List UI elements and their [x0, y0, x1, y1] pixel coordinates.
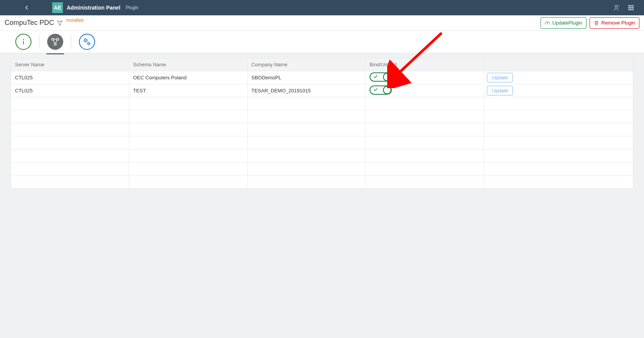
cell-company: TESAR_DEMO_20191015: [247, 84, 365, 97]
col-action: [484, 58, 633, 71]
remove-plugin-label: Remove Plugin: [601, 20, 635, 26]
tab-info[interactable]: [15, 34, 31, 50]
cloud-upload-icon: [545, 20, 550, 26]
table-row-empty: [11, 110, 633, 123]
app-title: Administration Panel: [67, 5, 120, 11]
svg-rect-3: [632, 5, 633, 6]
row-update-button[interactable]: Update: [487, 86, 513, 95]
cell-action: Update: [484, 84, 633, 97]
cell-server: CTL025: [11, 84, 129, 97]
col-schema[interactable]: Schema Name: [129, 58, 247, 71]
bindings-table-wrap: Server Name Schema Name Company Name Bin…: [0, 53, 644, 193]
cell-schema: TEST: [129, 84, 247, 97]
table-header-row: Server Name Schema Name Company Name Bin…: [11, 58, 633, 71]
app-subtitle: Plugin: [126, 5, 138, 10]
cell-bind: [366, 71, 484, 84]
svg-point-11: [61, 20, 62, 21]
table-row-empty: [11, 136, 633, 149]
table-row-empty: [11, 162, 633, 176]
svg-rect-4: [628, 7, 629, 8]
bind-toggle[interactable]: [370, 72, 392, 82]
col-bind[interactable]: Bind/Unbind: [366, 58, 484, 71]
cell-server: CTL025: [11, 71, 129, 84]
top-navbar: AE Administration Panel Plugin: [0, 0, 644, 15]
svg-point-19: [85, 40, 86, 41]
subheader: CompuTec PDC Installed UpdatePlugin Remo…: [0, 15, 644, 31]
table-row-empty: [11, 149, 633, 162]
svg-point-10: [58, 20, 59, 21]
svg-rect-14: [23, 41, 24, 44]
svg-point-12: [59, 24, 60, 25]
tab-bar: [0, 31, 644, 53]
svg-rect-6: [632, 7, 633, 8]
tab-settings[interactable]: [79, 34, 95, 50]
svg-rect-7: [628, 9, 629, 10]
user-icon[interactable]: [613, 4, 621, 11]
table-row-empty: [11, 97, 633, 110]
svg-rect-1: [628, 5, 629, 6]
cell-action: Update: [484, 71, 633, 84]
info-icon: [19, 38, 28, 46]
row-update-button[interactable]: Update: [487, 73, 513, 82]
apps-grid-icon[interactable]: [627, 4, 635, 11]
svg-rect-9: [632, 9, 633, 10]
svg-point-17: [54, 43, 56, 46]
col-server[interactable]: Server Name: [11, 58, 129, 71]
cell-company: SBODemoPL: [247, 71, 365, 84]
table-row: CTL025 TEST TESAR_DEMO_20191015 Update: [11, 84, 633, 97]
svg-rect-2: [630, 5, 631, 6]
col-company[interactable]: Company Name: [247, 58, 365, 71]
plugin-name: CompuTec PDC: [5, 19, 63, 27]
table-row: CTL025 OEC Computers Poland SBODemoPL Up…: [11, 71, 633, 84]
nodes-small-icon: [56, 20, 63, 26]
bindings-table: Server Name Schema Name Company Name Bin…: [11, 58, 633, 189]
gears-icon: [83, 38, 91, 46]
bind-toggle[interactable]: [370, 85, 392, 95]
tab-separator: [39, 35, 39, 48]
svg-point-21: [89, 43, 89, 44]
update-plugin-label: UpdatePlugin: [552, 20, 582, 26]
svg-rect-8: [630, 9, 631, 10]
trash-icon: [594, 20, 599, 26]
svg-rect-5: [630, 7, 631, 8]
check-icon: [373, 74, 378, 80]
remove-plugin-button[interactable]: Remove Plugin: [590, 17, 639, 29]
tab-bindings[interactable]: [47, 34, 63, 50]
cell-schema: OEC Computers Poland: [129, 71, 247, 84]
installed-badge: Installed: [66, 18, 84, 23]
chevron-left-icon: [24, 5, 30, 10]
svg-point-13: [23, 39, 24, 40]
table-row-empty: [11, 176, 633, 189]
back-button[interactable]: [21, 2, 33, 14]
update-plugin-button[interactable]: UpdatePlugin: [540, 17, 586, 29]
plugin-name-text: CompuTec PDC: [5, 19, 54, 27]
app-logo: AE: [52, 2, 63, 13]
tab-separator: [71, 35, 71, 48]
check-icon: [373, 87, 378, 93]
svg-point-0: [615, 5, 618, 7]
cell-bind: [366, 84, 484, 97]
table-row-empty: [11, 123, 633, 136]
nodes-icon: [51, 38, 59, 46]
